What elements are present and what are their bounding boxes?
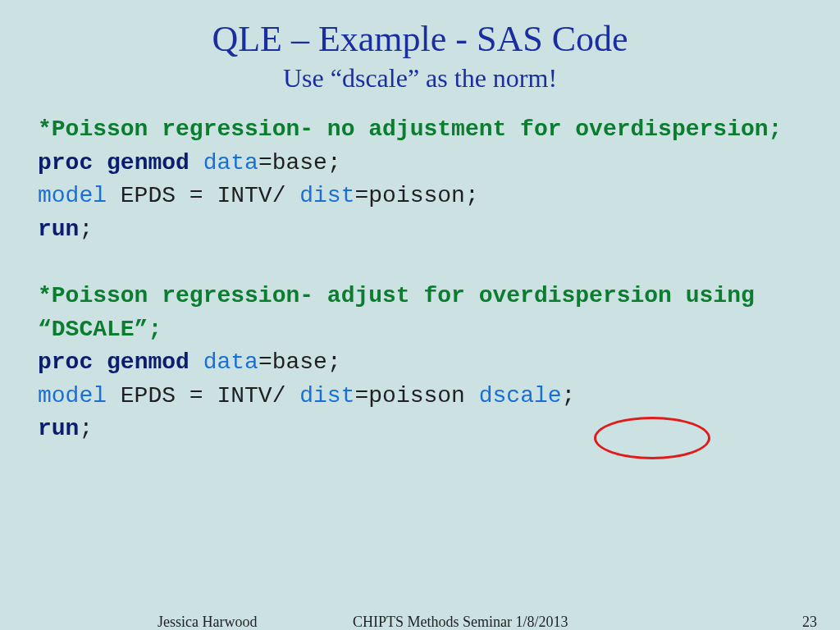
eq-poisson-2: =poisson bbox=[354, 383, 478, 409]
footer-page-number: 23 bbox=[802, 614, 817, 630]
code-line-model-1: model EPDS = INTV/ dist=poisson; bbox=[38, 180, 802, 213]
eq-base: =base; bbox=[258, 150, 341, 176]
kw-dist-2: dist bbox=[299, 383, 354, 409]
footer-seminar: CHIPTS Methods Seminar 1/8/2013 bbox=[353, 614, 568, 630]
slide: QLE – Example - SAS Code Use “dscale” as… bbox=[0, 0, 840, 630]
code-comment-1: *Poisson regression- no adjustment for o… bbox=[38, 113, 802, 147]
code-line-proc-1: proc genmod data=base; bbox=[38, 147, 802, 180]
eq-base-2: =base; bbox=[258, 349, 341, 375]
kw-proc: proc bbox=[38, 150, 93, 176]
comment-text: *Poisson regression- no adjustment for o… bbox=[38, 116, 782, 142]
title-block: QLE – Example - SAS Code Use “dscale” as… bbox=[0, 0, 840, 94]
kw-genmod-2: genmod bbox=[107, 349, 189, 375]
kw-genmod: genmod bbox=[107, 150, 189, 176]
kw-dscale: dscale bbox=[479, 383, 562, 409]
slide-title: QLE – Example - SAS Code bbox=[0, 18, 840, 60]
model-eq-2: EPDS = INTV/ bbox=[107, 383, 299, 409]
kw-model: model bbox=[38, 183, 107, 208]
kw-run: run bbox=[38, 217, 79, 242]
semi-2: ; bbox=[562, 383, 576, 409]
semi: ; bbox=[79, 217, 93, 242]
eq-poisson: =poisson; bbox=[354, 183, 478, 208]
comment-text-2: *Poisson regression- adjust for overdisp… bbox=[38, 283, 755, 342]
kw-model-2: model bbox=[38, 383, 107, 409]
kw-run-2: run bbox=[38, 416, 79, 441]
kw-data-2: data bbox=[203, 349, 258, 375]
blank-line bbox=[38, 246, 802, 280]
code-line-run-1: run; bbox=[38, 213, 802, 247]
code-block: *Poisson regression- no adjustment for o… bbox=[0, 94, 840, 446]
kw-data: data bbox=[203, 150, 258, 176]
code-line-run-2: run; bbox=[38, 413, 802, 446]
code-line-proc-2: proc genmod data=base; bbox=[38, 346, 802, 380]
model-eq: EPDS = INTV/ bbox=[107, 183, 299, 208]
code-line-model-2: model EPDS = INTV/ dist=poisson dscale; bbox=[38, 380, 802, 413]
footer-author: Jessica Harwood bbox=[158, 614, 257, 630]
kw-dist: dist bbox=[299, 183, 354, 208]
semi-3: ; bbox=[79, 416, 93, 441]
slide-subtitle: Use “dscale” as the norm! bbox=[0, 63, 840, 94]
code-comment-2: *Poisson regression- adjust for overdisp… bbox=[38, 280, 802, 346]
kw-proc-2: proc bbox=[38, 349, 93, 375]
